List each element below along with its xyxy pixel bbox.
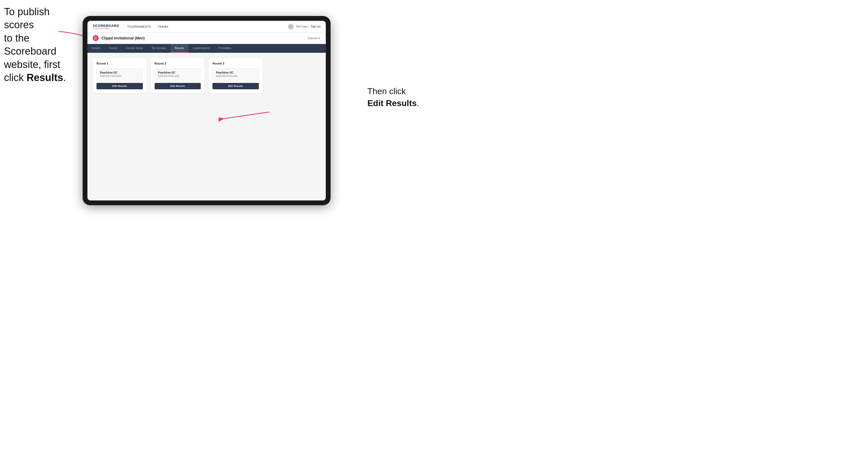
c-logo: C [93, 35, 99, 41]
logo-sub: Powered by clippd [93, 27, 119, 29]
logo-text: SCOREBOARD [93, 24, 119, 27]
tournament-name: Clippd Invitational (Men) [101, 36, 145, 40]
tab-tee-groups[interactable]: Tee Groups [147, 44, 170, 53]
round-3-course-details: Gold (M) (7010 yds) [216, 75, 255, 77]
empty-column [267, 58, 321, 93]
then-click-text: Then click [367, 86, 406, 96]
top-navigation: SCOREBOARD Powered by clippd TOURNAMENTS… [87, 21, 326, 33]
tab-course-setup[interactable]: Course Setup [122, 44, 148, 53]
logo: SCOREBOARD Powered by clippd [93, 24, 119, 29]
sign-out-link[interactable]: Sign out [311, 25, 320, 28]
round-2-course-details: Gold (M) (7010 yds) [158, 75, 197, 77]
instruction-right: Then click Edit Results. [367, 85, 426, 109]
instruction-line2: to the Scoreboard [4, 33, 56, 57]
nav-links: TOURNAMENTS TEAMS [127, 25, 288, 28]
round-3-course-name: Peachtree GC [216, 71, 255, 74]
user-name: Test User | [296, 25, 309, 28]
round-1-course-card: Peachtree GC Gold (M) (7010 yds) [96, 68, 143, 80]
cancel-button[interactable]: Cancel ✕ [308, 36, 320, 40]
round-3-title: Round 3 [213, 62, 259, 65]
round-3-edit-results-button[interactable]: Edit Results [213, 83, 259, 89]
tab-details[interactable]: Details [87, 44, 105, 53]
tournament-header: C Clippd Invitational (Men) Cancel ✕ [87, 33, 326, 44]
round-3-card: Round 3 Peachtree GC Gold (M) (7010 yds)… [209, 58, 262, 93]
round-2-card: Round 2 Peachtree GC Gold (M) (7010 yds)… [151, 58, 205, 93]
round-2-edit-results-button[interactable]: Edit Results [155, 83, 201, 89]
round-1-card: Round 1 Peachtree GC Gold (M) (7010 yds)… [93, 58, 147, 93]
nav-tournaments[interactable]: TOURNAMENTS [127, 25, 151, 28]
round-2-title: Round 2 [155, 62, 201, 65]
instruction-line4: click Results. [4, 72, 66, 83]
tablet-device: SCOREBOARD Powered by clippd TOURNAMENTS… [83, 16, 331, 205]
tab-leaderboards[interactable]: Leaderboards [188, 44, 214, 53]
nav-right: U Test User | Sign out [288, 24, 320, 30]
instruction-left: To publish scores to the Scoreboard webs… [4, 5, 76, 84]
round-2-course-card: Peachtree GC Gold (M) (7010 yds) [155, 68, 201, 80]
round-1-title: Round 1 [96, 62, 143, 65]
edit-results-bold: Edit Results [367, 98, 417, 108]
user-avatar: U [288, 24, 294, 30]
round-1-course-details: Gold (M) (7010 yds) [100, 75, 140, 77]
rounds-grid: Round 1 Peachtree GC Gold (M) (7010 yds)… [93, 58, 320, 93]
results-bold: Results [26, 72, 63, 83]
tablet-screen: SCOREBOARD Powered by clippd TOURNAMENTS… [87, 21, 326, 200]
round-2-course-name: Peachtree GC [158, 71, 197, 74]
tab-teams[interactable]: Teams [105, 44, 122, 53]
main-content: Round 1 Peachtree GC Gold (M) (7010 yds)… [87, 53, 326, 200]
tab-printables[interactable]: Printables [214, 44, 236, 53]
tournament-title-row: C Clippd Invitational (Men) [93, 35, 145, 41]
instruction-line1: To publish scores [4, 6, 50, 30]
nav-teams[interactable]: TEAMS [158, 25, 168, 28]
round-1-edit-results-button[interactable]: Edit Results [96, 83, 143, 89]
tab-results[interactable]: Results [170, 44, 188, 53]
round-3-course-card: Peachtree GC Gold (M) (7010 yds) [213, 68, 259, 80]
instruction-line3: website, first [4, 59, 60, 70]
round-1-course-name: Peachtree GC [100, 71, 140, 74]
sub-navigation: Details Teams Course Setup Tee Groups Re… [87, 44, 326, 53]
